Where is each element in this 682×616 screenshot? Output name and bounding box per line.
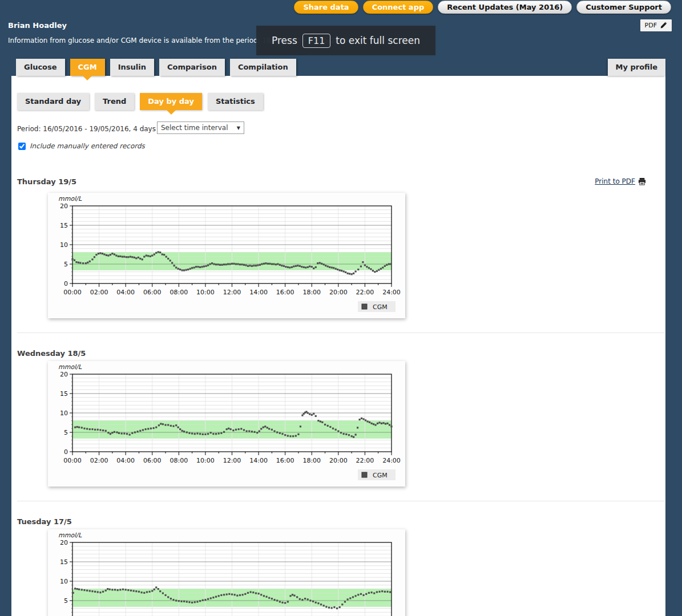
svg-text:18:00: 18:00 [302,457,321,464]
svg-text:08:00: 08:00 [170,457,188,464]
svg-text:08:00: 08:00 [170,289,188,296]
topbar-button-recent-updates-may-2016-[interactable]: Recent Updates (May 2016) [438,1,572,14]
svg-text:16:00: 16:00 [276,457,294,464]
subtab-standard-day[interactable]: Standard day [17,93,89,110]
svg-text:5: 5 [64,429,68,436]
svg-text:mmol/L: mmol/L [58,532,82,539]
svg-text:20: 20 [60,202,68,210]
include-manual-label: Include manually entered records [30,142,145,150]
include-manual-row: Include manually entered records [18,142,145,150]
svg-text:10: 10 [60,410,68,417]
svg-text:10:00: 10:00 [196,457,215,464]
toast-suffix: to exit full screen [336,35,420,46]
svg-text:22:00: 22:00 [356,289,374,296]
svg-text:10: 10 [60,241,68,249]
svg-text:02:00: 02:00 [90,289,108,296]
tab-insulin[interactable]: Insulin [110,59,154,76]
topbar-button-customer-support[interactable]: Customer Support [576,1,671,14]
svg-text:12:00: 12:00 [223,457,241,464]
sub-tab-bar: Standard dayTrendDay by dayStatistics [17,93,263,110]
patient-name: Brian Hoadley [8,21,67,30]
pdf-button-label: PDF [645,22,657,29]
svg-text:5: 5 [64,597,68,605]
svg-text:06:00: 06:00 [143,457,162,464]
svg-text:00:00: 00:00 [63,289,82,296]
pdf-export-button[interactable]: PDF [640,19,672,31]
svg-text:5: 5 [64,261,68,268]
day-section-title: Tuesday 17/5 [17,517,72,526]
cgm-day-chart: 0510152000:0002:0004:0006:0008:0010:0012… [48,529,405,616]
pencil-icon [660,22,667,29]
print-to-pdf-label: Print to PDF [595,177,635,185]
topbar-button-share-data[interactable]: Share data [294,1,358,14]
day-section-title: Wednesday 18/5 [17,349,86,358]
app-page: { "topbar": { "buttons": [ { "label": "S… [0,0,682,616]
svg-text:04:00: 04:00 [116,289,135,296]
print-to-pdf-link[interactable]: Print to PDF [595,177,646,185]
tab-my-profile[interactable]: My profile [608,59,666,76]
toast-prefix: Press [272,35,297,46]
tab-glucose[interactable]: Glucose [16,59,65,76]
svg-text:mmol/L: mmol/L [58,195,82,202]
svg-text:20: 20 [60,539,68,546]
svg-text:14:00: 14:00 [249,457,268,464]
svg-text:12:00: 12:00 [223,289,241,296]
tab-comparison[interactable]: Comparison [159,59,225,76]
topbar-buttons: Share dataConnect appRecent Updates (May… [294,1,671,14]
content-area: GlucoseCGMInsulinComparisonCompilation M… [11,76,665,616]
svg-text:14:00: 14:00 [249,289,268,296]
section-divider [17,333,664,333]
svg-text:20:00: 20:00 [329,457,348,464]
svg-text:00:00: 00:00 [63,457,82,464]
subtab-statistics[interactable]: Statistics [208,93,263,110]
fullscreen-exit-toast: Press F11 to exit full screen [256,26,435,55]
day-section-title: Thursday 19/5 [17,177,76,186]
svg-text:15: 15 [60,222,68,229]
tab-compilation[interactable]: Compilation [230,59,296,76]
svg-text:24:00: 24:00 [382,289,401,296]
svg-text:CGM: CGM [373,303,388,311]
svg-text:0: 0 [64,280,68,287]
svg-text:04:00: 04:00 [116,457,135,464]
section-divider [17,501,664,501]
svg-text:16:00: 16:00 [276,289,294,296]
cgm-day-chart: 0510152000:0002:0004:0006:0008:0010:0012… [48,361,405,487]
svg-text:0: 0 [64,448,68,456]
svg-text:15: 15 [60,390,68,398]
svg-text:06:00: 06:00 [143,289,162,296]
printer-icon [638,178,646,185]
svg-text:20: 20 [60,371,68,378]
period-label: Period: 16/05/2016 - 19/05/2016, 4 days [17,125,156,133]
svg-text:20:00: 20:00 [329,289,348,296]
subtab-trend[interactable]: Trend [95,93,134,110]
chevron-down-icon: ▼ [237,125,240,131]
svg-text:CGM: CGM [373,472,388,479]
svg-text:10: 10 [60,578,68,585]
time-interval-selected-value: Select time interval [161,124,228,132]
tab-cgm[interactable]: CGM [70,59,105,76]
topbar-button-connect-app[interactable]: Connect app [363,1,434,14]
svg-text:15: 15 [60,558,68,566]
svg-text:18:00: 18:00 [302,289,321,296]
svg-text:mmol/L: mmol/L [58,363,82,371]
time-interval-select[interactable]: Select time interval ▼ [157,121,244,134]
cgm-day-chart: 0510152000:0002:0004:0006:0008:0010:0012… [48,193,405,318]
svg-text:24:00: 24:00 [382,457,401,464]
include-manual-checkbox[interactable] [18,143,26,150]
svg-text:10:00: 10:00 [196,289,215,296]
svg-text:22:00: 22:00 [356,457,374,464]
main-tab-bar: GlucoseCGMInsulinComparisonCompilation [16,59,296,76]
subtab-day-by-day[interactable]: Day by day [140,93,202,110]
svg-text:02:00: 02:00 [90,457,108,464]
f11-keycap: F11 [302,34,331,48]
profile-tab-wrap: My profile [608,59,666,76]
